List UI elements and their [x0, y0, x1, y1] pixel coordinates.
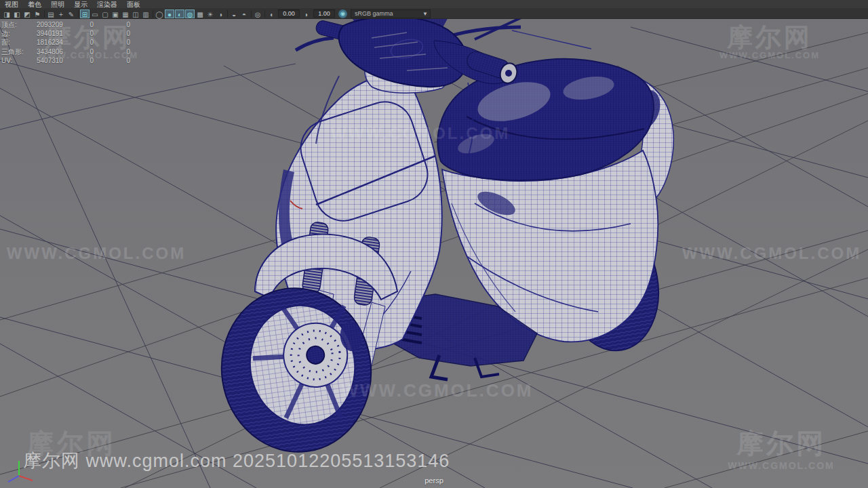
- shadows-icon[interactable]: ◑: [216, 9, 225, 18]
- film-gate-icon[interactable]: ▭: [90, 9, 100, 18]
- panel-menubar: 视图 着色 照明 显示 渲染器 面板: [0, 0, 868, 9]
- exposure-field[interactable]: 0.00: [278, 9, 300, 18]
- hud-row-edges: 边:3940191 00: [1, 29, 130, 38]
- toolbar-separator: [151, 9, 154, 18]
- wireframe-icon[interactable]: ◯: [155, 9, 164, 18]
- menu-view[interactable]: 视图: [0, 0, 23, 9]
- gate-mask-icon[interactable]: ▣: [111, 9, 120, 18]
- svg-text:摩尔网: 摩尔网: [736, 428, 826, 458]
- camera-attributes-icon[interactable]: ◩: [22, 9, 32, 18]
- menu-show[interactable]: 显示: [69, 0, 92, 9]
- view-transform-icon[interactable]: ◉: [338, 9, 347, 18]
- image-plane-icon[interactable]: ▤: [46, 9, 56, 18]
- smooth-shade-icon[interactable]: ●: [165, 9, 174, 18]
- watermark-bottom-line: 摩尔网 www.cgmol.com 20251012205513153146: [23, 449, 450, 473]
- viewport-scene: 摩尔网 WWW.CGMOL.COM 摩尔网 WWW.CGMOL.COM WWW.…: [0, 0, 868, 488]
- toolbar-separator: [43, 9, 45, 18]
- gamma-field[interactable]: 1.00: [313, 9, 335, 18]
- resolution-gate-icon[interactable]: ▢: [100, 9, 110, 18]
- safe-title-icon[interactable]: ▥: [141, 9, 151, 18]
- svg-text:WWW.CGMOL.COM: WWW.CGMOL.COM: [719, 50, 820, 60]
- hud-row-uvs: UV:5407310 00: [1, 56, 130, 65]
- wireframe-on-shaded-icon[interactable]: ◍: [185, 9, 195, 18]
- toolbar-separator: [263, 9, 266, 18]
- svg-text:WWW.CGMOL.COM: WWW.CGMOL.COM: [728, 460, 834, 471]
- grease-pencil-icon[interactable]: ✎: [66, 9, 76, 18]
- toolbar-separator: [77, 9, 79, 18]
- lights-icon[interactable]: ☀: [205, 9, 215, 18]
- hud-row-tris: 三角形:3434806 00: [1, 47, 130, 56]
- bookmark-icon[interactable]: ⚑: [33, 9, 42, 18]
- toolbar-separator: [250, 9, 252, 18]
- gamma-icon[interactable]: ◗: [302, 9, 311, 18]
- occlusion-icon[interactable]: ◒: [229, 9, 239, 18]
- view-transform-value: sRGB gamma: [351, 10, 420, 17]
- isolate-select-icon[interactable]: ◎: [253, 9, 262, 18]
- axis-gizmo: [4, 455, 38, 484]
- menu-renderer[interactable]: 渲染器: [92, 0, 122, 9]
- hud-row-verts: 顶点:2093209 00: [1, 20, 130, 29]
- pan-zoom-icon[interactable]: +: [56, 9, 66, 18]
- svg-text:摩尔网: 摩尔网: [726, 23, 812, 52]
- menu-lighting[interactable]: 照明: [46, 0, 69, 9]
- motion-blur-icon[interactable]: ◓: [239, 9, 249, 18]
- camera-name-label: persp: [0, 476, 868, 485]
- poly-count-hud: 顶点:2093209 00 边:3940191 00 面:1816234 00 …: [1, 20, 130, 65]
- maya-viewport-window: 视图 着色 照明 显示 渲染器 面板 ◨◧◩⚑▤+✎⊞▭▢▣▦◫▥◯●◐◍▩☀◑…: [0, 0, 868, 488]
- svg-text:WWW.CGMOL.COM: WWW.CGMOL.COM: [341, 380, 533, 401]
- hud-row-faces: 面:1816234 00: [1, 38, 130, 47]
- safe-action-icon[interactable]: ◫: [131, 9, 140, 18]
- textured-icon[interactable]: ▩: [195, 9, 205, 18]
- select-camera-icon[interactable]: ◨: [2, 9, 12, 18]
- exposure-icon[interactable]: ◖: [267, 9, 276, 18]
- perspective-viewport[interactable]: 摩尔网 WWW.CGMOL.COM 摩尔网 WWW.CGMOL.COM WWW.…: [0, 19, 868, 488]
- toolbar-separator: [226, 9, 229, 18]
- menu-shading[interactable]: 着色: [23, 0, 46, 9]
- view-transform-dropdown[interactable]: sRGB gamma ▼: [351, 9, 431, 18]
- grid-icon[interactable]: ⊞: [80, 9, 90, 18]
- lock-camera-icon[interactable]: ◧: [12, 9, 22, 18]
- svg-text:WWW.CGMOL.COM: WWW.CGMOL.COM: [7, 244, 186, 262]
- panel-toolbar: ◨◧◩⚑▤+✎⊞▭▢▣▦◫▥◯●◐◍▩☀◑◒◓◎◖ 0.00 ◗ 1.00 ◉ …: [0, 9, 868, 19]
- default-material-icon[interactable]: ◐: [175, 9, 184, 18]
- svg-text:WWW.CGMOL.COM: WWW.CGMOL.COM: [331, 124, 510, 142]
- svg-text:WWW.CGMOL.COM: WWW.CGMOL.COM: [682, 244, 861, 262]
- field-chart-icon[interactable]: ▦: [121, 9, 130, 18]
- chevron-down-icon: ▼: [420, 11, 430, 17]
- menu-panels[interactable]: 面板: [122, 0, 145, 9]
